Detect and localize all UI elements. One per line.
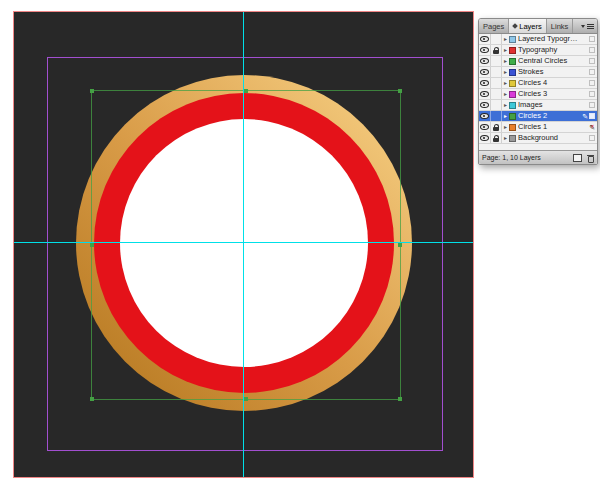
selection-square-icon bbox=[589, 135, 595, 141]
selection-handle-bottom-right[interactable] bbox=[398, 397, 402, 401]
tab-layers[interactable]: Layers bbox=[509, 19, 547, 33]
lock-toggle[interactable] bbox=[491, 45, 502, 55]
visibility-toggle[interactable] bbox=[479, 67, 491, 77]
layer-color-swatch bbox=[509, 69, 516, 76]
expand-triangle-icon[interactable]: ▸ bbox=[502, 45, 509, 55]
layer-indicator[interactable] bbox=[581, 58, 597, 64]
visibility-toggle[interactable] bbox=[479, 100, 491, 110]
lock-icon bbox=[493, 50, 499, 54]
delete-layer-button[interactable] bbox=[587, 154, 594, 162]
layer-name[interactable]: Central Circles bbox=[518, 56, 581, 66]
selection-square-icon bbox=[589, 58, 595, 64]
lock-toggle[interactable] bbox=[491, 56, 502, 66]
expand-triangle-icon[interactable]: ▸ bbox=[502, 34, 509, 44]
layer-name[interactable]: Circles 4 bbox=[518, 78, 581, 88]
layer-name[interactable]: Typography bbox=[518, 45, 581, 55]
layer-name[interactable]: Circles 1 bbox=[518, 122, 581, 132]
lock-toggle[interactable] bbox=[491, 111, 502, 121]
layer-indicator[interactable] bbox=[581, 91, 597, 97]
layer-color-swatch bbox=[509, 58, 516, 65]
layer-indicator[interactable] bbox=[581, 102, 597, 108]
layer-color-swatch bbox=[509, 80, 516, 87]
tab-links[interactable]: Links bbox=[547, 19, 574, 33]
expand-triangle-icon[interactable]: ▸ bbox=[502, 78, 509, 88]
layer-row[interactable]: ▸ Images bbox=[479, 100, 597, 111]
lock-toggle[interactable] bbox=[491, 122, 502, 132]
lock-toggle[interactable] bbox=[491, 89, 502, 99]
vertical-ruler-guide[interactable] bbox=[243, 12, 244, 477]
eye-icon bbox=[480, 80, 489, 86]
new-layer-button[interactable] bbox=[573, 154, 582, 162]
layer-row[interactable]: ▸ Circles 2 ✎ bbox=[479, 111, 597, 122]
layer-color-swatch bbox=[509, 91, 516, 98]
layer-color-swatch bbox=[509, 36, 516, 43]
lock-icon bbox=[493, 138, 499, 142]
layer-name[interactable]: Background bbox=[518, 133, 581, 143]
selection-square-icon bbox=[589, 113, 595, 119]
layer-row[interactable]: ▸ Circles 1 ✎ bbox=[479, 122, 597, 133]
selection-square-icon bbox=[589, 91, 595, 97]
layer-name[interactable]: Images bbox=[518, 100, 581, 110]
document-page[interactable] bbox=[13, 11, 474, 478]
selection-bounding-box[interactable] bbox=[91, 90, 401, 400]
layer-row[interactable]: ▸ Circles 3 bbox=[479, 89, 597, 100]
layer-indicator[interactable] bbox=[581, 47, 597, 53]
layer-row[interactable]: ▸ Background bbox=[479, 133, 597, 144]
lock-toggle[interactable] bbox=[491, 34, 502, 44]
horizontal-ruler-guide[interactable] bbox=[14, 242, 473, 243]
panel-menu-lines-icon bbox=[587, 24, 594, 29]
selection-handle-top-center[interactable] bbox=[244, 89, 248, 93]
lock-toggle[interactable] bbox=[491, 78, 502, 88]
layers-panel: Pages Layers Links ▸ Layered Typograph bbox=[478, 18, 598, 165]
eye-icon bbox=[480, 102, 489, 108]
selection-handle-top-right[interactable] bbox=[398, 89, 402, 93]
selection-handle-bottom-left[interactable] bbox=[90, 397, 94, 401]
selection-handle-middle-right[interactable] bbox=[398, 243, 402, 247]
layer-indicator[interactable] bbox=[581, 36, 597, 42]
layer-row[interactable]: ▸ Layered Typography bbox=[479, 34, 597, 45]
lock-toggle[interactable] bbox=[491, 67, 502, 77]
visibility-toggle[interactable] bbox=[479, 122, 491, 132]
expand-triangle-icon[interactable]: ▸ bbox=[502, 89, 509, 99]
expand-triangle-icon[interactable]: ▸ bbox=[502, 100, 509, 110]
layer-row[interactable]: ▸ Typography bbox=[479, 45, 597, 56]
visibility-toggle[interactable] bbox=[479, 111, 491, 121]
expand-triangle-icon[interactable]: ▸ bbox=[502, 56, 509, 66]
expand-triangle-icon[interactable]: ▸ bbox=[502, 67, 509, 77]
panel-menu-button[interactable] bbox=[578, 19, 597, 33]
layer-indicator[interactable] bbox=[581, 69, 597, 75]
expand-triangle-icon[interactable]: ▸ bbox=[502, 111, 509, 121]
eye-icon bbox=[480, 36, 489, 42]
lock-toggle[interactable] bbox=[491, 133, 502, 143]
visibility-toggle[interactable] bbox=[479, 56, 491, 66]
layer-name[interactable]: Strokes bbox=[518, 67, 581, 77]
lock-toggle[interactable] bbox=[491, 100, 502, 110]
layer-row[interactable]: ▸ Circles 4 bbox=[479, 78, 597, 89]
layer-row[interactable]: ▸ Strokes bbox=[479, 67, 597, 78]
visibility-toggle[interactable] bbox=[479, 133, 491, 143]
expand-triangle-icon[interactable]: ▸ bbox=[502, 133, 509, 143]
selection-handle-middle-left[interactable] bbox=[90, 243, 94, 247]
eye-icon bbox=[480, 69, 489, 75]
layer-indicator[interactable] bbox=[581, 80, 597, 86]
panel-menu-triangle-icon bbox=[581, 25, 585, 28]
tab-pages[interactable]: Pages bbox=[479, 19, 509, 33]
visibility-toggle[interactable] bbox=[479, 89, 491, 99]
visibility-toggle[interactable] bbox=[479, 34, 491, 44]
selection-handle-top-left[interactable] bbox=[90, 89, 94, 93]
eye-icon bbox=[480, 47, 489, 53]
layer-name[interactable]: Layered Typography bbox=[518, 34, 581, 44]
layer-indicator[interactable]: ✎ bbox=[581, 113, 597, 120]
eye-icon bbox=[480, 58, 489, 64]
layer-name[interactable]: Circles 2 bbox=[518, 111, 581, 121]
layer-row[interactable]: ▸ Central Circles bbox=[479, 56, 597, 67]
layer-indicator[interactable] bbox=[581, 135, 597, 141]
visibility-toggle[interactable] bbox=[479, 45, 491, 55]
expand-triangle-icon[interactable]: ▸ bbox=[502, 122, 509, 132]
tab-links-label: Links bbox=[551, 22, 569, 31]
visibility-toggle[interactable] bbox=[479, 78, 491, 88]
selection-handle-bottom-center[interactable] bbox=[244, 397, 248, 401]
layer-indicator[interactable]: ✎ bbox=[581, 124, 597, 131]
layer-name[interactable]: Circles 3 bbox=[518, 89, 581, 99]
eye-icon bbox=[480, 113, 489, 119]
